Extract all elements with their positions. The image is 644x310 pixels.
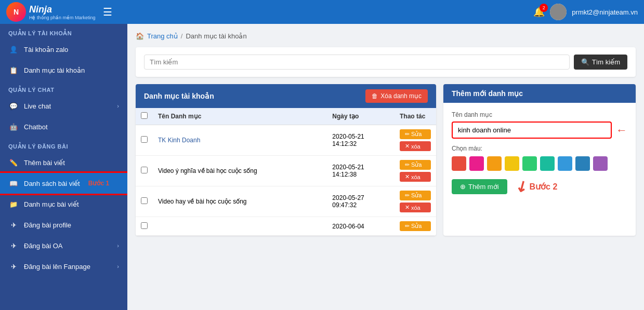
th-checkbox xyxy=(136,108,153,125)
sidebar-item-tai-khoan-zalo[interactable]: 👤 Tài khoản zalo xyxy=(0,39,127,60)
row-select[interactable] xyxy=(141,136,148,143)
row-actions: ✏ Sửa xyxy=(395,217,436,236)
color-swatch-blue-light[interactable] xyxy=(558,156,572,171)
logo-icon: N xyxy=(6,2,26,22)
row-select[interactable] xyxy=(141,222,148,229)
table-header-row: Tên Danh mục Ngày tạo Thao tác xyxy=(136,108,436,125)
book-icon: 📖 xyxy=(8,178,19,188)
color-swatches xyxy=(452,156,627,171)
sidebar-section-account: QUẢN LÝ TÀI KHOẢN xyxy=(0,24,127,39)
row-date: 2020-06-04 xyxy=(327,217,395,236)
data-table: Tên Danh mục Ngày tạo Thao tác TK Kinh D… xyxy=(136,108,436,236)
color-swatch-red[interactable] xyxy=(452,156,466,171)
edit-button[interactable]: ✏ Sửa xyxy=(400,221,431,231)
notification-bell[interactable]: 🔔 2 xyxy=(533,6,545,18)
plus-icon: ⊕ xyxy=(460,183,466,191)
sidebar-item-dang-bai-fanpage[interactable]: ✈ Đăng bài lên Fanpage › xyxy=(0,256,127,277)
right-panel-body: Tên danh mục ← Chọn màu: xyxy=(443,103,636,204)
search-bar: 🔍 Tìm kiếm xyxy=(136,47,636,77)
delete-button[interactable]: ✕ xóa xyxy=(400,172,431,182)
color-swatch-yellow[interactable] xyxy=(505,156,519,171)
delete-button[interactable]: ✕ xóa xyxy=(400,141,431,151)
sidebar-item-dang-bai-profile[interactable]: ✈ Đăng bài profile xyxy=(0,214,127,235)
breadcrumb: 🏠 Trang chủ / Danh mục tài khoản xyxy=(136,32,636,40)
sidebar-item-chatbot[interactable]: 🤖 Chatbot xyxy=(0,116,127,137)
search-button[interactable]: 🔍 Tìm kiếm xyxy=(574,55,627,70)
logo-text-area: Ninja Hệ thống phần mềm Marketing xyxy=(29,4,96,20)
logo-text: Ninja xyxy=(29,4,96,15)
sidebar-item-live-chat[interactable]: 💬 Live chat › xyxy=(0,96,127,116)
arrow-down-indicator: ↙ xyxy=(512,176,531,197)
sidebar-item-them-bai-viet[interactable]: ✏️ Thêm bài viết xyxy=(0,152,127,173)
color-label: Chọn màu: xyxy=(452,145,627,152)
list-icon: 📋 xyxy=(8,65,19,75)
chat-icon: 💬 xyxy=(8,101,19,111)
avatar xyxy=(550,4,567,20)
edit-button[interactable]: ✏ Sửa xyxy=(400,191,431,200)
action-btns: ✏ Sửa xyxy=(400,221,431,231)
chevron-right-icon: › xyxy=(117,103,119,109)
sidebar-label: Đăng bài lên Fanpage xyxy=(24,263,90,271)
delete-button[interactable]: ✕ xóa xyxy=(400,203,431,212)
sidebar-label: Thêm bài viết xyxy=(24,159,65,167)
two-col-layout: Danh mục tài khoản 🗑 Xóa danh mục Tên Da… xyxy=(136,84,636,236)
breadcrumb-current: Danh mục tài khoản xyxy=(186,32,246,40)
row-date: 2020-05-2114:12:32 xyxy=(327,125,395,156)
search-btn-label: Tìm kiếm xyxy=(592,58,620,66)
breadcrumb-home[interactable]: Trang chủ xyxy=(147,32,178,40)
sidebar-item-dang-bai-oa[interactable]: ✈ Đăng bài OA › xyxy=(0,235,127,256)
sidebar-label: Tài khoản zalo xyxy=(24,46,68,53)
category-name-input[interactable] xyxy=(452,122,612,139)
step1-label: Bước 1 xyxy=(88,180,109,187)
row-checkbox xyxy=(136,217,153,236)
fanpage-icon: ✈ xyxy=(8,261,19,272)
row-select[interactable] xyxy=(141,167,148,173)
search-icon: 🔍 xyxy=(581,58,589,66)
action-btns: ✏ Sửa ✕ xóa xyxy=(400,160,431,182)
sidebar-section-post: QUẢN LÝ ĐĂNG BÀI xyxy=(0,137,127,152)
color-swatch-pink[interactable] xyxy=(469,156,484,171)
delete-btn-label: Xóa danh mục xyxy=(380,92,422,100)
sidebar-item-danh-sach-bai-viet[interactable]: 📖 Danh sách bài viết Bước 1 xyxy=(0,173,127,194)
row-name: Video ý nghĩa về bài học cuộc sống xyxy=(153,156,327,186)
color-swatch-purple[interactable] xyxy=(593,156,608,171)
search-input[interactable] xyxy=(144,55,570,70)
folder-icon: 📁 xyxy=(8,199,19,209)
navbar-left: N Ninja Hệ thống phần mềm Marketing ☰ xyxy=(6,2,112,22)
row-date: 2020-05-2114:12:38 xyxy=(327,156,395,186)
row-select[interactable] xyxy=(141,197,148,204)
th-name: Tên Danh mục xyxy=(153,108,327,125)
th-action: Thao tác xyxy=(395,108,436,125)
select-all-checkbox[interactable] xyxy=(141,112,148,119)
row-checkbox xyxy=(136,156,153,186)
delete-all-button[interactable]: 🗑 Xóa danh mục xyxy=(365,89,428,103)
sidebar-label: Đăng bài OA xyxy=(24,242,62,250)
hamburger-icon[interactable]: ☰ xyxy=(103,6,112,18)
edit-button[interactable]: ✏ Sửa xyxy=(400,160,431,170)
breadcrumb-sep: / xyxy=(181,32,183,40)
step2-label: Bước 2 xyxy=(530,182,558,192)
home-icon: 🏠 xyxy=(136,32,144,40)
action-btns: ✏ Sửa ✕ xóa xyxy=(400,129,431,151)
notif-badge: 2 xyxy=(540,4,548,12)
row-link[interactable]: TK Kinh Doanh xyxy=(158,137,200,144)
color-swatch-teal[interactable] xyxy=(540,156,555,171)
table-header: Danh mục tài khoản 🗑 Xóa danh mục xyxy=(136,84,436,108)
top-navbar: N Ninja Hệ thống phần mềm Marketing ☰ 🔔 … xyxy=(0,0,644,24)
row-checkbox xyxy=(136,186,153,217)
color-swatch-blue[interactable] xyxy=(575,156,590,171)
sidebar-label: Đăng bài profile xyxy=(24,221,71,229)
color-swatch-orange[interactable] xyxy=(487,156,502,171)
left-panel: Danh mục tài khoản 🗑 Xóa danh mục Tên Da… xyxy=(136,84,436,236)
edit-button[interactable]: ✏ Sửa xyxy=(400,129,431,139)
row-checkbox xyxy=(136,125,153,156)
row-date: 2020-05-2709:47:32 xyxy=(327,186,395,217)
row-name: TK Kinh Doanh xyxy=(153,125,327,156)
sidebar-item-danh-muc-bai-viet[interactable]: 📁 Danh mục bài viết xyxy=(0,194,127,214)
color-swatch-green[interactable] xyxy=(522,156,537,171)
add-new-button[interactable]: ⊕ Thêm mới xyxy=(452,179,507,194)
sidebar-item-danh-muc-tai-khoan[interactable]: 📋 Danh mục tài khoản xyxy=(0,60,127,80)
sidebar-label: Live chat xyxy=(24,102,51,110)
table-row: Video ý nghĩa về bài học cuộc sống 2020-… xyxy=(136,156,436,186)
table-row: Video hay về bài học cuộc sống 2020-05-2… xyxy=(136,186,436,217)
